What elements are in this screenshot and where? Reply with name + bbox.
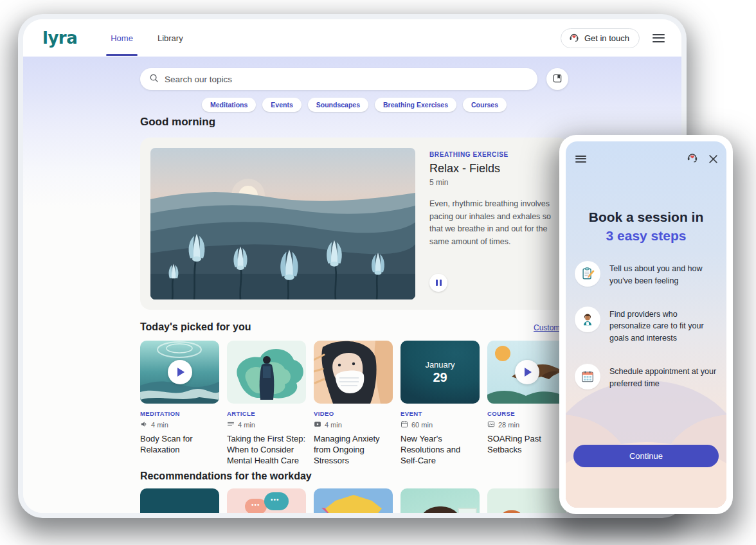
topic-filters: Meditations Events Soundscapes Breathing…: [140, 98, 568, 112]
kids-graphic: [487, 488, 566, 513]
conversation-graphic: ••• •••: [227, 488, 306, 513]
search-row: [140, 68, 568, 90]
event-date-graphic: January 29: [401, 341, 480, 404]
main-nav: Home Library: [111, 19, 183, 57]
recommendations-heading: Recommendations for the workday: [140, 470, 312, 482]
step-text: Tell us about you and how you've been fe…: [609, 261, 719, 287]
card-body-scan[interactable]: MEDITATION 4 min Body Scan for Relaxatio…: [140, 341, 219, 455]
card-meta: 4 min: [314, 420, 393, 429]
calendar-icon: [401, 420, 408, 429]
card-first-step[interactable]: ARTICLE 4 min Taking the First Step: Whe…: [227, 341, 306, 466]
clipboard-pencil-icon: [575, 261, 600, 287]
card-thumbnail[interactable]: [487, 488, 566, 513]
card-title: Managing Anxiety from Ongoing Stressors: [314, 433, 393, 466]
filter-meditations[interactable]: Meditations: [202, 98, 256, 112]
rec-card-kids[interactable]: [487, 488, 566, 513]
play-icon[interactable]: [168, 360, 192, 384]
featured-description: Even, rhythmic breathing involves pacing…: [429, 198, 563, 248]
booking-steps: Tell us about you and how you've been fe…: [575, 261, 719, 409]
video-icon: [314, 420, 321, 429]
filter-soundscapes[interactable]: Soundscapes: [308, 98, 368, 112]
rec-card-paper-fan[interactable]: [314, 488, 393, 513]
card-thumbnail[interactable]: [227, 341, 306, 404]
play-icon[interactable]: [515, 360, 539, 384]
card-thumbnail[interactable]: [487, 341, 566, 404]
card-category: VIDEO: [314, 410, 393, 417]
mobile-menu-icon[interactable]: [575, 156, 586, 163]
woman-graphic: [401, 488, 480, 513]
booking-heading-line2: 3 easy steps: [566, 227, 726, 246]
card-thumbnail[interactable]: [314, 488, 393, 513]
slides-icon: [487, 420, 495, 429]
article-icon: [227, 420, 235, 429]
tab-library[interactable]: Library: [158, 33, 183, 43]
card-title: Body Scan for Relaxation: [140, 433, 219, 455]
speaker-icon: [140, 420, 148, 429]
filter-courses[interactable]: Courses: [463, 98, 507, 112]
rec-card-january[interactable]: January: [140, 488, 219, 513]
filter-breathing-exercises[interactable]: Breathing Exercises: [375, 98, 456, 112]
card-meta: 60 min: [401, 420, 480, 429]
card-thumbnail[interactable]: January 29: [401, 341, 480, 404]
featured-illustration: [150, 148, 415, 299]
desktop-stage: lyra Home Library: [0, 0, 756, 545]
picked-heading: Today's picked for you: [140, 321, 251, 333]
card-thumbnail[interactable]: [140, 341, 219, 404]
featured-category: BREATHING EXERCISE: [429, 151, 563, 158]
filter-events[interactable]: Events: [262, 98, 301, 112]
mobile-headset-heart-icon[interactable]: [686, 151, 699, 166]
step-schedule: Schedule appointment at your preferred t…: [575, 364, 719, 390]
card-duration: 4 min: [151, 421, 168, 429]
paper-fan-graphic: [314, 488, 393, 513]
headset-heart-icon: [568, 31, 580, 45]
mobile-header: [575, 151, 718, 166]
card-duration: 28 min: [498, 421, 519, 429]
card-category: EVENT: [401, 410, 480, 417]
card-managing-anxiety[interactable]: VIDEO 4 min Managing Anxiety from Ongoin…: [314, 341, 393, 466]
card-soaring[interactable]: COURSE 28 min SOARing Past Setbacks: [487, 341, 566, 455]
step-find-providers: Find providers who personalize care to f…: [575, 307, 719, 344]
card-category: COURSE: [487, 410, 566, 417]
card-title: Taking the First Step: When to Consider …: [227, 433, 306, 466]
rec-card-woman[interactable]: [401, 488, 480, 513]
featured-info: BREATHING EXERCISE Relax - Fields 5 min …: [429, 151, 563, 248]
card-duration: 60 min: [411, 421, 433, 429]
card-thumbnail[interactable]: January: [140, 488, 219, 513]
get-in-touch-button[interactable]: Get in touch: [561, 28, 640, 48]
card-thumbnail[interactable]: [401, 488, 480, 513]
featured-card[interactable]: BREATHING EXERCISE Relax - Fields 5 min …: [140, 138, 568, 310]
card-category: ARTICLE: [227, 410, 306, 417]
bookmark-square-icon: [552, 73, 562, 85]
card-title: SOARing Past Setbacks: [487, 433, 566, 455]
step-about-you: Tell us about you and how you've been fe…: [575, 261, 719, 287]
card-category: MEDITATION: [140, 410, 219, 417]
card-title: New Year's Resolutions and Self-Care: [401, 433, 480, 466]
event-day: 29: [433, 370, 447, 385]
card-duration: 4 min: [325, 421, 342, 429]
tab-home[interactable]: Home: [111, 33, 133, 43]
card-meta: 28 min: [487, 420, 566, 429]
search-bar[interactable]: [140, 68, 537, 90]
greeting-heading: Good morning: [140, 116, 215, 129]
pause-button[interactable]: [429, 274, 447, 292]
card-new-years[interactable]: January 29 EVENT 60 min New Year's Resol…: [401, 341, 480, 466]
card-meta: 4 min: [140, 420, 219, 429]
card-meta: 4 min: [227, 420, 306, 429]
step-text: Schedule appointment at your preferred t…: [609, 364, 719, 390]
menu-icon[interactable]: [652, 34, 665, 42]
provider-person-icon: [575, 307, 600, 332]
featured-title: Relax - Fields: [429, 162, 563, 175]
saved-items-button[interactable]: [546, 68, 568, 90]
tab-library-label: Library: [158, 33, 183, 43]
pause-icon: [436, 280, 438, 286]
event-date-graphic: January: [140, 488, 219, 513]
card-thumbnail[interactable]: [314, 341, 393, 404]
search-input[interactable]: [165, 75, 528, 84]
rec-card-conversation[interactable]: ••• •••: [227, 488, 306, 513]
continue-button[interactable]: Continue: [573, 445, 719, 467]
step-text: Find providers who personalize care to f…: [609, 307, 719, 344]
card-thumbnail[interactable]: ••• •••: [227, 488, 306, 513]
header-actions: Get in touch: [561, 28, 665, 48]
search-icon: [149, 73, 159, 85]
close-icon[interactable]: [708, 154, 718, 164]
